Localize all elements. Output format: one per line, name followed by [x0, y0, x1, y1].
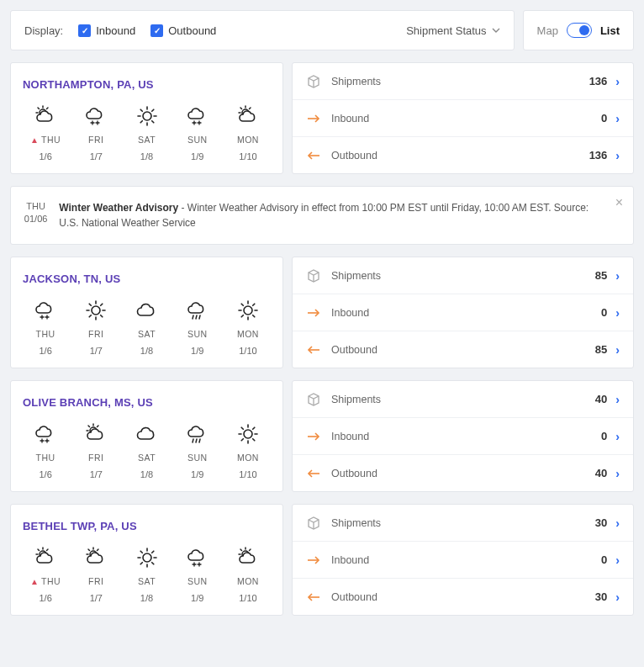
forecast-dow: MON	[237, 329, 259, 339]
forecast-row: ▲ THU 1/6 FRI 1/7 SAT 1/8 SUN 1/	[23, 103, 271, 161]
forecast-date: 1/10	[225, 346, 271, 356]
view-list-label[interactable]: List	[600, 24, 620, 37]
forecast-date: 1/8	[124, 593, 169, 603]
close-icon[interactable]: ×	[615, 195, 623, 210]
shipment-row-label: Shipments	[331, 394, 381, 405]
view-map-label[interactable]: Map	[537, 24, 558, 37]
forecast-day: FRI 1/7	[73, 421, 119, 479]
box-icon	[306, 392, 325, 407]
shipment-row-shipments[interactable]: Shipments 136 ›	[293, 63, 633, 100]
partly-sunny-icon	[84, 422, 108, 446]
arrow-left-icon	[306, 151, 325, 161]
shipment-row-shipments[interactable]: Shipments 40 ›	[293, 381, 633, 418]
forecast-date: 1/6	[23, 593, 68, 603]
location-title[interactable]: OLIVE BRANCH, MS, US	[23, 396, 271, 409]
forecast-date: 1/6	[23, 346, 68, 356]
forecast-day: THU 1/6	[23, 421, 68, 479]
forecast-row: THU 1/6 FRI 1/7 SAT 1/8 SUN 1/9	[23, 297, 271, 356]
forecast-date: 1/9	[175, 346, 220, 356]
checkbox-inbound[interactable]: ✓ Inbound	[78, 24, 135, 37]
forecast-date: 1/10	[225, 151, 271, 161]
forecast-date: 1/9	[175, 593, 220, 603]
shipment-row-shipments[interactable]: Shipments 85 ›	[293, 257, 633, 294]
shipment-row-value: 0	[601, 553, 607, 566]
forecast-date: 1/7	[73, 346, 119, 356]
view-toggle[interactable]	[567, 23, 592, 38]
box-icon	[306, 74, 325, 89]
forecast-day: SAT 1/8	[124, 544, 169, 603]
sunny-icon	[236, 422, 260, 446]
shipment-row-outbound[interactable]: Outbound 136 ›	[293, 137, 633, 173]
shipment-row-value: 136	[589, 149, 608, 161]
shipment-row-label: Inbound	[331, 554, 369, 566]
chevron-right-icon: ›	[615, 269, 620, 283]
forecast-date: 1/10	[225, 469, 271, 479]
forecast-day: SUN 1/9	[175, 103, 220, 161]
forecast-date: 1/10	[225, 593, 271, 603]
shipment-row-label: Inbound	[331, 307, 369, 319]
shipment-row-label: Outbound	[331, 591, 377, 603]
forecast-date: 1/8	[124, 469, 169, 479]
shipment-row-inbound[interactable]: Inbound 0 ›	[293, 100, 633, 137]
forecast-dow: MON	[237, 576, 259, 586]
location-title[interactable]: NORTHAMPTON, PA, US	[23, 78, 271, 91]
sunny-icon	[135, 546, 159, 569]
forecast-dow: THU	[36, 329, 55, 339]
forecast-dow: SAT	[138, 329, 156, 339]
snow-icon	[186, 104, 209, 128]
shipment-row-inbound[interactable]: Inbound 0 ›	[293, 418, 633, 455]
shipment-status-dropdown[interactable]: Shipment Status	[406, 24, 499, 37]
shipment-row-value: 30	[595, 516, 607, 529]
shipment-row-label: Outbound	[331, 468, 377, 479]
snow-icon	[84, 104, 108, 128]
forecast-dow: SAT	[138, 135, 156, 145]
forecast-dow: SUN	[187, 576, 208, 586]
arrow-right-icon	[306, 431, 325, 442]
shipment-row-value: 40	[595, 467, 607, 479]
shipment-row-outbound[interactable]: Outbound 30 ›	[293, 579, 633, 615]
rain-icon	[186, 299, 209, 322]
shipment-row-label: Inbound	[331, 431, 369, 442]
snow-icon	[34, 422, 57, 446]
forecast-dow: FRI	[88, 135, 103, 145]
location-title[interactable]: BETHEL TWP, PA, US	[23, 520, 271, 532]
warning-icon: ▲	[30, 577, 39, 586]
shipment-row-value: 0	[601, 430, 607, 442]
location-block: BETHEL TWP, PA, US ▲ THU 1/6 FRI 1/7 SAT…	[10, 504, 634, 616]
weather-panel: BETHEL TWP, PA, US ▲ THU 1/6 FRI 1/7 SAT…	[10, 504, 283, 616]
arrow-right-icon	[306, 114, 325, 124]
forecast-day: SUN 1/9	[175, 421, 220, 479]
shipment-row-inbound[interactable]: Inbound 0 ›	[293, 542, 633, 579]
shipment-row-inbound[interactable]: Inbound 0 ›	[293, 294, 633, 331]
chevron-down-icon	[492, 26, 500, 34]
forecast-date: 1/6	[23, 469, 68, 479]
forecast-day: SAT 1/8	[124, 103, 169, 161]
forecast-date: 1/8	[124, 346, 169, 356]
toolbar-left: Display: ✓ Inbound ✓ Outbound Shipment S…	[10, 10, 515, 50]
shipment-row-value: 85	[595, 269, 607, 282]
shipment-row-value: 136	[589, 75, 608, 87]
forecast-dow: FRI	[88, 329, 103, 339]
advisory-panel: × THU 01/06 Winter Weather Advisory - Wi…	[10, 186, 634, 245]
shipment-row-outbound[interactable]: Outbound 85 ›	[293, 331, 633, 368]
check-icon: ✓	[78, 24, 91, 37]
shipment-row-value: 0	[601, 306, 607, 319]
shipment-row-outbound[interactable]: Outbound 40 ›	[293, 455, 633, 491]
forecast-dow: MON	[237, 453, 259, 463]
chevron-right-icon: ›	[615, 112, 620, 125]
forecast-day: FRI 1/7	[73, 544, 119, 603]
sunny-icon	[84, 299, 108, 322]
partly-sunny-icon	[34, 546, 57, 569]
forecast-date: 1/9	[175, 469, 220, 479]
arrow-left-icon	[306, 345, 325, 355]
checkbox-outbound-label: Outbound	[168, 24, 216, 37]
forecast-day: MON 1/10	[225, 103, 271, 161]
sunny-icon	[236, 299, 260, 322]
checkbox-outbound[interactable]: ✓ Outbound	[150, 24, 216, 37]
forecast-row: THU 1/6 FRI 1/7 SAT 1/8 SUN 1/9	[23, 421, 271, 479]
location-title[interactable]: JACKSON, TN, US	[23, 273, 271, 285]
chevron-right-icon: ›	[615, 430, 620, 443]
shipment-row-shipments[interactable]: Shipments 30 ›	[293, 505, 633, 542]
shipment-row-value: 30	[595, 590, 607, 603]
forecast-day: ▲ THU 1/6	[23, 544, 68, 603]
